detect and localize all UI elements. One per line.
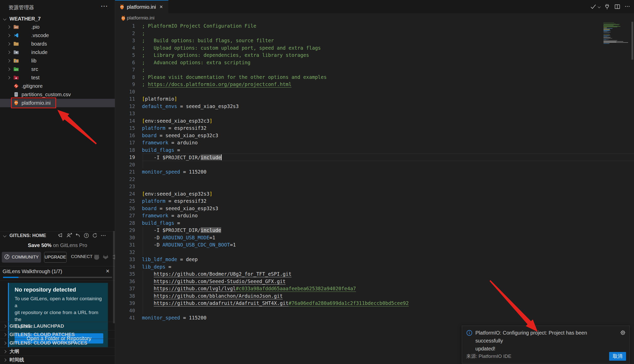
- code-line-20[interactable]: 20: [115, 161, 634, 168]
- tree-item-boards[interactable]: boards: [0, 40, 115, 48]
- code-line-26[interactable]: 26board = seeed_xiao_esp32s3: [115, 205, 634, 212]
- code-line-18[interactable]: 18build_flags =: [115, 146, 634, 154]
- code-line-13[interactable]: 13: [115, 110, 634, 117]
- code-line-15[interactable]: 15platform = espressif32: [115, 124, 634, 132]
- code-line-32[interactable]: 32: [115, 249, 634, 256]
- sidebar-section-大纲[interactable]: 大纲: [0, 347, 115, 356]
- code-line-16[interactable]: 16board = seeed_xiao_esp32c3: [115, 132, 634, 139]
- code-line-14[interactable]: 14[env:seeed_xiao_esp32c3]: [115, 117, 634, 125]
- chevron-right-icon: [3, 333, 6, 336]
- tree-item-src[interactable]: </>src: [0, 65, 115, 73]
- tree-item--pio[interactable]: .pio: [0, 23, 115, 31]
- code-line-3[interactable]: 3; Build options: build flags, source fi…: [115, 37, 634, 44]
- code-line-30[interactable]: 30 -D ARDUINO_USB_MODE=1: [115, 234, 634, 241]
- line-content: -D ARDUINO_USB_CDC_ON_BOOT=1: [142, 241, 634, 249]
- code-line-38[interactable]: 38 https://github.com/bblanchon/ArduinoJ…: [115, 292, 634, 300]
- github-icon[interactable]: [93, 253, 101, 261]
- code-line-41[interactable]: 41monitor_speed = 115200: [115, 314, 634, 322]
- code-line-6[interactable]: 6; Advanced options: extra scripting: [115, 59, 634, 66]
- explorer-header: 资源管理器 ···: [0, 0, 115, 14]
- line-number: 14: [115, 117, 135, 125]
- help-icon[interactable]: ?: [83, 232, 89, 239]
- explorer-more-icon[interactable]: ···: [101, 4, 108, 9]
- sidebar-section-gitlens-cloud-workspaces[interactable]: GITLENS: CLOUD WORKSPACES: [0, 339, 115, 347]
- close-icon[interactable]: ×: [159, 4, 163, 10]
- svg-text:?: ?: [86, 234, 87, 237]
- line-number: 3: [115, 37, 135, 44]
- progress-fill: [3, 277, 18, 278]
- minimap[interactable]: [604, 23, 629, 44]
- code-line-2[interactable]: 2;: [115, 30, 634, 37]
- more-icon[interactable]: [624, 3, 631, 10]
- code-line-40[interactable]: 40: [115, 307, 634, 314]
- undo-icon[interactable]: [75, 232, 81, 239]
- code-line-10[interactable]: 10: [115, 88, 634, 95]
- tree-item-include[interactable]: include: [0, 48, 115, 57]
- cancel-button[interactable]: 取消: [609, 352, 626, 361]
- code-line-39[interactable]: 39 https://github.com/adafruit/Adafruit_…: [115, 299, 634, 307]
- code-line-33[interactable]: 33lib_ldf_mode = deep: [115, 256, 634, 263]
- tree-item-partitions-custom-csv[interactable]: partitions_custom.csv: [0, 90, 115, 99]
- code-line-21[interactable]: 21monitor_speed = 115200: [115, 168, 634, 176]
- platformio-icon: [120, 16, 125, 20]
- tree-item-lib[interactable]: lib: [0, 57, 115, 65]
- code-line-23[interactable]: 23: [115, 183, 634, 190]
- code-line-35[interactable]: 35 https://github.com/Bodmer/U8g2_for_TF…: [115, 270, 634, 278]
- code-line-37[interactable]: 37 https://github.com/lvgl/lvgl#c033a98a…: [115, 285, 634, 292]
- chevron-right-icon: [7, 68, 10, 71]
- editor-scrollbar[interactable]: [631, 22, 633, 60]
- code-line-28[interactable]: 28build_flags =: [115, 219, 634, 227]
- code-line-11[interactable]: 11[platformio]: [115, 95, 634, 103]
- code-line-4[interactable]: 4; Upload options: custom upload port, s…: [115, 44, 634, 52]
- sidebar-section-gitlens-cloud-patches[interactable]: GITLENS: CLOUD PATCHES: [0, 330, 115, 339]
- code-line-5[interactable]: 5; Library options: dependencies, extra …: [115, 51, 634, 59]
- megaphone-icon[interactable]: [58, 232, 64, 239]
- code-line-12[interactable]: 12default_envs = seeed_xiao_esp32s3: [115, 103, 634, 110]
- line-content: ; Upload options: custom upload port, sp…: [142, 44, 634, 52]
- code-line-9[interactable]: 9; https://docs.platformio.org/page/proj…: [115, 81, 634, 88]
- tab-platformio-ini[interactable]: platformio.ini ×: [115, 0, 168, 13]
- breadcrumb-item[interactable]: platformio.ini: [127, 15, 155, 21]
- tree-root-weather-7[interactable]: WEATHER_7: [0, 15, 115, 23]
- code-line-17[interactable]: 17framework = arduino: [115, 139, 634, 146]
- editor-tabstrip: platformio.ini ×: [115, 0, 634, 13]
- code-line-36[interactable]: 36 https://github.com/Seeed-Studio/Seeed…: [115, 278, 634, 285]
- line-number: 26: [115, 205, 135, 212]
- sidebar-scrollbar[interactable]: [113, 231, 115, 323]
- code-line-24[interactable]: 24[env:seeed_xiao_esp32s3]: [115, 190, 634, 198]
- tree-item-test[interactable]: test: [0, 73, 115, 82]
- connect-link[interactable]: CONNECT: [71, 254, 93, 259]
- line-number: 25: [115, 197, 135, 205]
- tree-item--gitignore[interactable]: .gitignore: [0, 82, 115, 90]
- sidebar-section-时间线[interactable]: 时间线: [0, 356, 115, 364]
- gear-icon[interactable]: [620, 329, 626, 336]
- code-line-1[interactable]: 1; PlatformIO Project Configuration File: [115, 22, 634, 30]
- code-line-31[interactable]: 31 -D ARDUINO_USB_CDC_ON_BOOT=1: [115, 241, 634, 249]
- code-line-22[interactable]: 22: [115, 176, 634, 183]
- code-line-27[interactable]: 27framework = arduino: [115, 212, 634, 219]
- check-icon[interactable]: [590, 3, 597, 10]
- test-folder-icon: [13, 75, 19, 80]
- more-icon[interactable]: [100, 232, 106, 239]
- code-line-19[interactable]: 19 -I $PROJECT_DIR/include: [115, 154, 634, 161]
- community-button[interactable]: COMMUNITY: [2, 252, 41, 263]
- code-line-25[interactable]: 25platform = espressif32: [115, 197, 634, 205]
- tree-item-platformio-ini[interactable]: platformio.ini: [0, 99, 115, 107]
- refresh-icon[interactable]: [92, 232, 98, 239]
- line-content: [142, 183, 634, 190]
- sidebar-section-gitlens-launchpad[interactable]: GITLENS: LAUNCHPAD: [0, 322, 115, 330]
- code-line-34[interactable]: 34lib_deps =: [115, 263, 634, 271]
- close-icon[interactable]: ×: [106, 267, 109, 275]
- gitlab-icon[interactable]: [102, 253, 110, 261]
- gitlens-home-header[interactable]: GITLENS: HOME ?: [0, 231, 115, 240]
- tree-item--vscode[interactable]: .vscode: [0, 31, 115, 40]
- code-line-29[interactable]: 29 -I $PROJECT_DIR/include: [115, 227, 634, 234]
- chevron-down-icon[interactable]: [598, 5, 600, 8]
- panel-body-line: git repository or clone from a URL from …: [15, 309, 103, 323]
- person-feedback-icon[interactable]: [66, 232, 73, 239]
- split-editor-icon[interactable]: [614, 3, 621, 10]
- code-line-7[interactable]: 7;: [115, 66, 634, 73]
- plug-icon[interactable]: [604, 3, 610, 10]
- upgrade-button[interactable]: UPGRADE: [44, 252, 67, 263]
- code-line-8[interactable]: 8; Please visit documentation for the ot…: [115, 73, 634, 81]
